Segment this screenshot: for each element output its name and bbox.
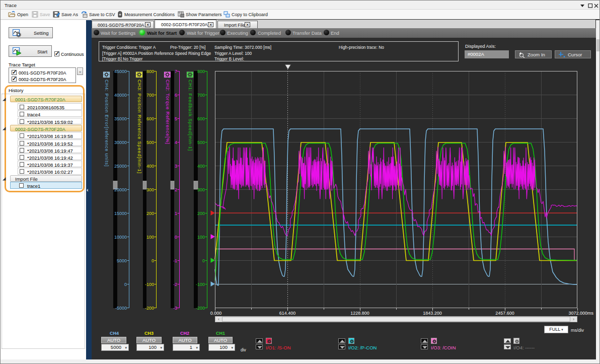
svg-text:CH3: Position Reference Speed[: CH3: Position Reference Speed[min-1] [137, 80, 142, 174]
svg-text:-3: -3 [173, 306, 177, 311]
svg-text:1843.200: 1843.200 [423, 311, 442, 316]
svg-text:25000: 25000 [114, 164, 127, 169]
svg-text:15000: 15000 [114, 211, 127, 216]
svg-text:0: 0 [152, 258, 154, 263]
svg-text:3072.000ms: 3072.000ms [569, 311, 594, 316]
svg-text:614.400: 614.400 [279, 311, 296, 316]
svg-text:6: 6 [175, 93, 177, 98]
svg-text:300: 300 [197, 187, 205, 192]
svg-text:30000: 30000 [114, 140, 127, 145]
svg-text:CH4: Position Error[reference: CH4: Position Error[reference units] [104, 80, 110, 167]
svg-text:40000: 40000 [114, 93, 127, 98]
svg-text:200: 200 [197, 211, 205, 216]
svg-text:2457.600: 2457.600 [495, 311, 514, 316]
svg-text:700: 700 [146, 93, 154, 98]
svg-text:500: 500 [197, 140, 205, 145]
svg-text:2: 2 [175, 187, 177, 192]
svg-text:1228.800: 1228.800 [350, 311, 369, 316]
svg-text:-100: -100 [145, 282, 154, 287]
svg-text:300: 300 [146, 187, 154, 192]
svg-text:0.000: 0.000 [210, 311, 222, 316]
svg-text:0: 0 [175, 235, 177, 240]
svg-text:-1: -1 [173, 258, 177, 263]
svg-text:-100: -100 [196, 282, 205, 287]
svg-text:600: 600 [197, 116, 205, 121]
svg-text:5: 5 [175, 116, 177, 121]
svg-text:100: 100 [146, 235, 154, 240]
svg-text:700: 700 [197, 93, 205, 98]
svg-text:200: 200 [146, 211, 154, 216]
svg-text:0: 0 [124, 282, 127, 287]
svg-text:45000: 45000 [114, 69, 127, 74]
svg-text:-2: -2 [173, 282, 177, 287]
svg-text:400: 400 [197, 164, 205, 169]
svg-text:600: 600 [146, 116, 154, 121]
svg-text:5000: 5000 [117, 258, 127, 263]
svg-text:35000: 35000 [114, 116, 127, 121]
svg-text:1: 1 [175, 211, 177, 216]
svg-text:800: 800 [197, 69, 205, 74]
svg-text:-200: -200 [145, 306, 154, 311]
svg-text:500: 500 [146, 140, 154, 145]
svg-text:400: 400 [146, 164, 154, 169]
svg-text:-200: -200 [196, 306, 205, 311]
svg-text:0: 0 [202, 258, 205, 263]
svg-text:CH1: Feedback Speed[min-1]: CH1: Feedback Speed[min-1] [188, 80, 193, 151]
svg-text:20000: 20000 [114, 187, 127, 192]
svg-text:3: 3 [175, 164, 177, 169]
svg-text:4: 4 [175, 140, 177, 145]
svg-text:800: 800 [146, 69, 154, 74]
svg-text:CH2: Torque Reference[%]: CH2: Torque Reference[%] [165, 80, 171, 144]
svg-text:-5000: -5000 [115, 306, 127, 311]
svg-text:100: 100 [197, 235, 205, 240]
svg-text:10000: 10000 [114, 235, 127, 240]
svg-text:7: 7 [175, 69, 177, 74]
